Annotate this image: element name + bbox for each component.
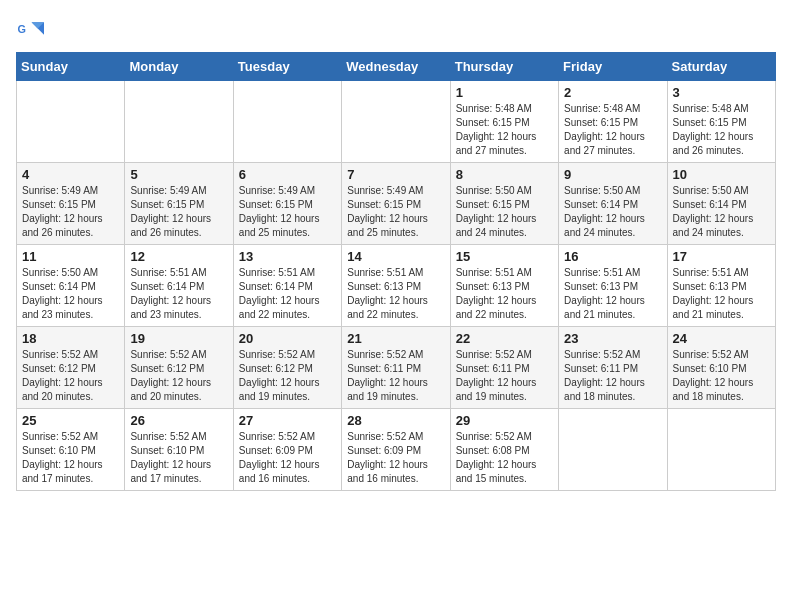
calendar-cell: 2Sunrise: 5:48 AMSunset: 6:15 PMDaylight… bbox=[559, 81, 667, 163]
calendar-cell: 15Sunrise: 5:51 AMSunset: 6:13 PMDayligh… bbox=[450, 245, 558, 327]
day-number: 22 bbox=[456, 331, 553, 346]
day-info: Sunrise: 5:52 AMSunset: 6:12 PMDaylight:… bbox=[22, 348, 119, 404]
day-info: Sunrise: 5:49 AMSunset: 6:15 PMDaylight:… bbox=[239, 184, 336, 240]
calendar-cell: 10Sunrise: 5:50 AMSunset: 6:14 PMDayligh… bbox=[667, 163, 775, 245]
logo-icon: G bbox=[16, 16, 44, 44]
calendar-week-row: 1Sunrise: 5:48 AMSunset: 6:15 PMDaylight… bbox=[17, 81, 776, 163]
day-info: Sunrise: 5:52 AMSunset: 6:08 PMDaylight:… bbox=[456, 430, 553, 486]
column-header-friday: Friday bbox=[559, 53, 667, 81]
calendar-cell: 6Sunrise: 5:49 AMSunset: 6:15 PMDaylight… bbox=[233, 163, 341, 245]
day-info: Sunrise: 5:51 AMSunset: 6:13 PMDaylight:… bbox=[456, 266, 553, 322]
calendar-cell: 8Sunrise: 5:50 AMSunset: 6:15 PMDaylight… bbox=[450, 163, 558, 245]
day-number: 21 bbox=[347, 331, 444, 346]
logo: G bbox=[16, 16, 48, 44]
day-number: 25 bbox=[22, 413, 119, 428]
day-number: 10 bbox=[673, 167, 770, 182]
day-info: Sunrise: 5:52 AMSunset: 6:10 PMDaylight:… bbox=[22, 430, 119, 486]
day-number: 18 bbox=[22, 331, 119, 346]
calendar-cell bbox=[667, 409, 775, 491]
day-info: Sunrise: 5:48 AMSunset: 6:15 PMDaylight:… bbox=[456, 102, 553, 158]
day-number: 23 bbox=[564, 331, 661, 346]
calendar-cell: 21Sunrise: 5:52 AMSunset: 6:11 PMDayligh… bbox=[342, 327, 450, 409]
day-info: Sunrise: 5:51 AMSunset: 6:14 PMDaylight:… bbox=[239, 266, 336, 322]
calendar-cell: 28Sunrise: 5:52 AMSunset: 6:09 PMDayligh… bbox=[342, 409, 450, 491]
column-header-monday: Monday bbox=[125, 53, 233, 81]
calendar-cell bbox=[233, 81, 341, 163]
calendar-header-row: SundayMondayTuesdayWednesdayThursdayFrid… bbox=[17, 53, 776, 81]
day-number: 29 bbox=[456, 413, 553, 428]
day-number: 6 bbox=[239, 167, 336, 182]
calendar-cell: 11Sunrise: 5:50 AMSunset: 6:14 PMDayligh… bbox=[17, 245, 125, 327]
day-info: Sunrise: 5:49 AMSunset: 6:15 PMDaylight:… bbox=[130, 184, 227, 240]
calendar-cell: 19Sunrise: 5:52 AMSunset: 6:12 PMDayligh… bbox=[125, 327, 233, 409]
day-number: 7 bbox=[347, 167, 444, 182]
day-info: Sunrise: 5:49 AMSunset: 6:15 PMDaylight:… bbox=[22, 184, 119, 240]
calendar-cell: 4Sunrise: 5:49 AMSunset: 6:15 PMDaylight… bbox=[17, 163, 125, 245]
day-info: Sunrise: 5:52 AMSunset: 6:11 PMDaylight:… bbox=[347, 348, 444, 404]
calendar-cell bbox=[17, 81, 125, 163]
calendar-cell: 24Sunrise: 5:52 AMSunset: 6:10 PMDayligh… bbox=[667, 327, 775, 409]
page-header: G bbox=[16, 16, 776, 44]
day-number: 13 bbox=[239, 249, 336, 264]
calendar-week-row: 4Sunrise: 5:49 AMSunset: 6:15 PMDaylight… bbox=[17, 163, 776, 245]
day-number: 12 bbox=[130, 249, 227, 264]
calendar-cell: 16Sunrise: 5:51 AMSunset: 6:13 PMDayligh… bbox=[559, 245, 667, 327]
calendar-cell: 22Sunrise: 5:52 AMSunset: 6:11 PMDayligh… bbox=[450, 327, 558, 409]
calendar-cell bbox=[342, 81, 450, 163]
day-info: Sunrise: 5:48 AMSunset: 6:15 PMDaylight:… bbox=[673, 102, 770, 158]
column-header-wednesday: Wednesday bbox=[342, 53, 450, 81]
calendar-cell: 14Sunrise: 5:51 AMSunset: 6:13 PMDayligh… bbox=[342, 245, 450, 327]
day-number: 9 bbox=[564, 167, 661, 182]
day-info: Sunrise: 5:51 AMSunset: 6:14 PMDaylight:… bbox=[130, 266, 227, 322]
day-info: Sunrise: 5:49 AMSunset: 6:15 PMDaylight:… bbox=[347, 184, 444, 240]
day-number: 28 bbox=[347, 413, 444, 428]
calendar-cell: 13Sunrise: 5:51 AMSunset: 6:14 PMDayligh… bbox=[233, 245, 341, 327]
day-info: Sunrise: 5:51 AMSunset: 6:13 PMDaylight:… bbox=[673, 266, 770, 322]
day-number: 1 bbox=[456, 85, 553, 100]
calendar-cell: 26Sunrise: 5:52 AMSunset: 6:10 PMDayligh… bbox=[125, 409, 233, 491]
day-number: 4 bbox=[22, 167, 119, 182]
calendar-cell bbox=[125, 81, 233, 163]
day-number: 8 bbox=[456, 167, 553, 182]
day-info: Sunrise: 5:52 AMSunset: 6:12 PMDaylight:… bbox=[130, 348, 227, 404]
calendar-cell: 23Sunrise: 5:52 AMSunset: 6:11 PMDayligh… bbox=[559, 327, 667, 409]
calendar-cell: 27Sunrise: 5:52 AMSunset: 6:09 PMDayligh… bbox=[233, 409, 341, 491]
calendar-week-row: 25Sunrise: 5:52 AMSunset: 6:10 PMDayligh… bbox=[17, 409, 776, 491]
day-number: 24 bbox=[673, 331, 770, 346]
calendar-cell: 17Sunrise: 5:51 AMSunset: 6:13 PMDayligh… bbox=[667, 245, 775, 327]
calendar-cell: 20Sunrise: 5:52 AMSunset: 6:12 PMDayligh… bbox=[233, 327, 341, 409]
day-info: Sunrise: 5:52 AMSunset: 6:12 PMDaylight:… bbox=[239, 348, 336, 404]
day-number: 14 bbox=[347, 249, 444, 264]
calendar-cell: 12Sunrise: 5:51 AMSunset: 6:14 PMDayligh… bbox=[125, 245, 233, 327]
calendar-cell: 3Sunrise: 5:48 AMSunset: 6:15 PMDaylight… bbox=[667, 81, 775, 163]
day-info: Sunrise: 5:52 AMSunset: 6:09 PMDaylight:… bbox=[347, 430, 444, 486]
day-info: Sunrise: 5:50 AMSunset: 6:15 PMDaylight:… bbox=[456, 184, 553, 240]
day-info: Sunrise: 5:50 AMSunset: 6:14 PMDaylight:… bbox=[22, 266, 119, 322]
day-number: 17 bbox=[673, 249, 770, 264]
calendar-cell: 7Sunrise: 5:49 AMSunset: 6:15 PMDaylight… bbox=[342, 163, 450, 245]
day-info: Sunrise: 5:48 AMSunset: 6:15 PMDaylight:… bbox=[564, 102, 661, 158]
calendar-cell: 18Sunrise: 5:52 AMSunset: 6:12 PMDayligh… bbox=[17, 327, 125, 409]
day-info: Sunrise: 5:52 AMSunset: 6:09 PMDaylight:… bbox=[239, 430, 336, 486]
calendar-cell: 1Sunrise: 5:48 AMSunset: 6:15 PMDaylight… bbox=[450, 81, 558, 163]
day-number: 15 bbox=[456, 249, 553, 264]
column-header-tuesday: Tuesday bbox=[233, 53, 341, 81]
day-info: Sunrise: 5:50 AMSunset: 6:14 PMDaylight:… bbox=[673, 184, 770, 240]
calendar-week-row: 11Sunrise: 5:50 AMSunset: 6:14 PMDayligh… bbox=[17, 245, 776, 327]
day-number: 20 bbox=[239, 331, 336, 346]
day-number: 19 bbox=[130, 331, 227, 346]
column-header-sunday: Sunday bbox=[17, 53, 125, 81]
calendar-week-row: 18Sunrise: 5:52 AMSunset: 6:12 PMDayligh… bbox=[17, 327, 776, 409]
day-info: Sunrise: 5:51 AMSunset: 6:13 PMDaylight:… bbox=[564, 266, 661, 322]
day-number: 2 bbox=[564, 85, 661, 100]
day-number: 5 bbox=[130, 167, 227, 182]
day-info: Sunrise: 5:50 AMSunset: 6:14 PMDaylight:… bbox=[564, 184, 661, 240]
day-number: 11 bbox=[22, 249, 119, 264]
day-info: Sunrise: 5:52 AMSunset: 6:10 PMDaylight:… bbox=[130, 430, 227, 486]
calendar-cell: 9Sunrise: 5:50 AMSunset: 6:14 PMDaylight… bbox=[559, 163, 667, 245]
calendar-cell: 29Sunrise: 5:52 AMSunset: 6:08 PMDayligh… bbox=[450, 409, 558, 491]
day-info: Sunrise: 5:52 AMSunset: 6:10 PMDaylight:… bbox=[673, 348, 770, 404]
column-header-saturday: Saturday bbox=[667, 53, 775, 81]
day-info: Sunrise: 5:51 AMSunset: 6:13 PMDaylight:… bbox=[347, 266, 444, 322]
day-info: Sunrise: 5:52 AMSunset: 6:11 PMDaylight:… bbox=[456, 348, 553, 404]
